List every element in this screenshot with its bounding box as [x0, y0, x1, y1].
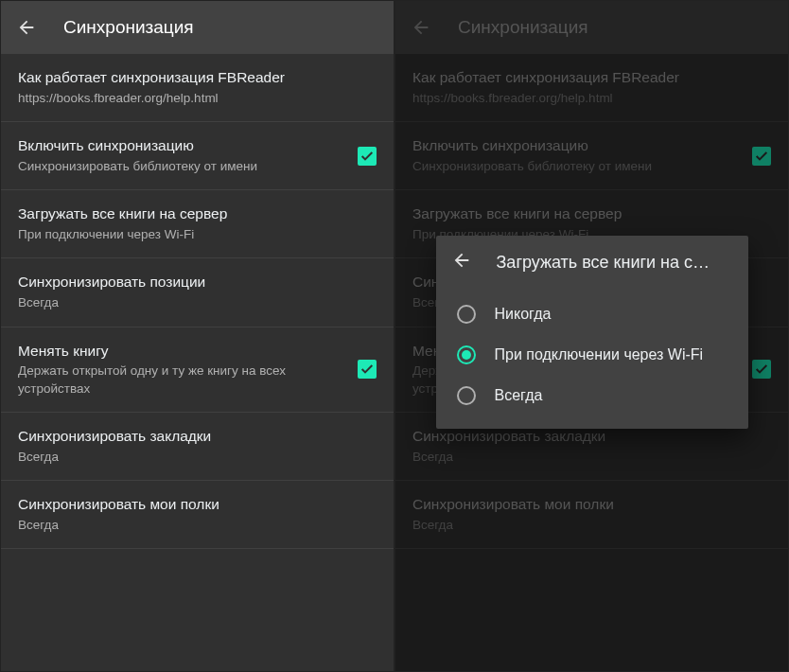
settings-item[interactable]: Синхронизировать закладкиВсегда: [1, 413, 394, 481]
dialog-option[interactable]: Никогда: [436, 294, 748, 335]
settings-item-primary: Как работает синхронизация FBReader: [412, 68, 771, 88]
settings-item-primary: Загружать все книги на сервер: [412, 204, 771, 224]
settings-item-secondary: Синхронизировать библиотеку от имени: [412, 158, 741, 175]
settings-item-primary: Включить синхронизацию: [18, 136, 346, 156]
settings-item-secondary: Всегда: [412, 517, 771, 534]
settings-item-text: Включить синхронизациюСинхронизировать б…: [412, 136, 741, 175]
settings-item-text: Синхронизировать позицииВсегда: [18, 273, 377, 311]
settings-item-primary: Загружать все книги на сервер: [18, 204, 377, 224]
settings-item-primary: Синхронизировать мои полки: [18, 495, 377, 515]
settings-list-left: Как работает синхронизация FBReaderhttps…: [1, 54, 394, 671]
settings-item[interactable]: Загружать все книги на серверПри подключ…: [1, 190, 394, 258]
settings-item[interactable]: Включить синхронизациюСинхронизировать б…: [395, 122, 788, 190]
settings-item[interactable]: Как работает синхронизация FBReaderhttps…: [395, 54, 788, 122]
back-arrow-icon[interactable]: [16, 17, 37, 38]
settings-item-text: Синхронизировать закладкиВсегда: [412, 427, 771, 466]
upload-options-dialog: Загружать все книги на с… НикогдаПри под…: [436, 236, 748, 429]
app-bar-title: Синхронизация: [458, 17, 588, 38]
settings-item-secondary: Всегда: [18, 294, 377, 311]
back-arrow-icon[interactable]: [451, 250, 472, 274]
settings-item[interactable]: Включить синхронизациюСинхронизировать б…: [1, 122, 394, 190]
settings-item-secondary: https://books.fbreader.org/help.html: [18, 90, 377, 107]
settings-item[interactable]: Синхронизировать позицииВсегда: [1, 258, 394, 327]
settings-item-secondary: При подключении через Wi-Fi: [18, 226, 377, 243]
dialog-header: Загружать все книги на с…: [436, 236, 748, 289]
checkbox-icon[interactable]: [752, 147, 771, 166]
radio-icon[interactable]: [457, 386, 476, 405]
app-bar: Синхронизация: [1, 1, 394, 54]
settings-item-primary: Синхронизировать закладки: [412, 427, 771, 447]
settings-item-primary: Синхронизировать закладки: [18, 427, 377, 447]
checkbox-icon[interactable]: [752, 360, 771, 379]
app-bar: Синхронизация: [395, 1, 788, 54]
dialog-title: Загружать все книги на с…: [497, 253, 733, 273]
checkbox-icon[interactable]: [358, 147, 377, 166]
checkbox-icon[interactable]: [358, 360, 377, 379]
settings-item-primary: Синхронизировать мои полки: [412, 495, 771, 515]
dialog-option-label: При подключении через Wi-Fi: [495, 345, 704, 365]
settings-item-primary: Включить синхронизацию: [412, 136, 741, 156]
settings-item[interactable]: Как работает синхронизация FBReaderhttps…: [1, 54, 394, 122]
settings-item-primary: Синхронизировать позиции: [18, 273, 377, 292]
dialog-options: НикогдаПри подключении через Wi-FiВсегда: [436, 289, 748, 429]
settings-item-text: Синхронизировать закладкиВсегда: [18, 427, 377, 466]
settings-item-text: Как работает синхронизация FBReaderhttps…: [18, 68, 377, 107]
settings-item-primary: Менять книгу: [18, 342, 346, 362]
settings-item-text: Синхронизировать мои полкиВсегда: [412, 495, 771, 534]
settings-item-text: Загружать все книги на серверПри подключ…: [18, 204, 377, 243]
radio-icon[interactable]: [457, 345, 476, 364]
settings-item-secondary: https://books.fbreader.org/help.html: [412, 90, 771, 107]
settings-item-text: Как работает синхронизация FBReaderhttps…: [412, 68, 771, 107]
settings-item[interactable]: Менять книгуДержать открытой одну и ту ж…: [1, 327, 394, 413]
settings-item-secondary: Всегда: [18, 517, 377, 534]
settings-item-secondary: Синхронизировать библиотеку от имени: [18, 158, 346, 175]
settings-item-primary: Как работает синхронизация FBReader: [18, 68, 377, 88]
dialog-option[interactable]: При подключении через Wi-Fi: [436, 335, 748, 376]
right-screen: Синхронизация Как работает синхронизация…: [394, 0, 789, 672]
settings-item[interactable]: Синхронизировать мои полкиВсегда: [395, 481, 788, 549]
settings-item-text: Включить синхронизациюСинхронизировать б…: [18, 136, 346, 175]
back-arrow-icon[interactable]: [411, 17, 431, 38]
dialog-option-label: Никогда: [495, 305, 552, 325]
settings-item-secondary: Всегда: [412, 449, 771, 466]
app-bar-title: Синхронизация: [63, 17, 194, 38]
radio-icon[interactable]: [457, 305, 476, 324]
settings-item-text: Менять книгуДержать открытой одну и ту ж…: [18, 342, 346, 398]
settings-item-secondary: Всегда: [18, 449, 377, 466]
settings-item-text: Синхронизировать мои полкиВсегда: [18, 495, 377, 534]
settings-item-secondary: Держать открытой одну и ту же книгу на в…: [18, 363, 346, 397]
left-screen: Синхронизация Как работает синхронизация…: [0, 0, 394, 672]
dialog-option[interactable]: Всегда: [436, 376, 748, 416]
dialog-option-label: Всегда: [495, 386, 543, 406]
settings-item[interactable]: Синхронизировать мои полкиВсегда: [1, 481, 394, 549]
